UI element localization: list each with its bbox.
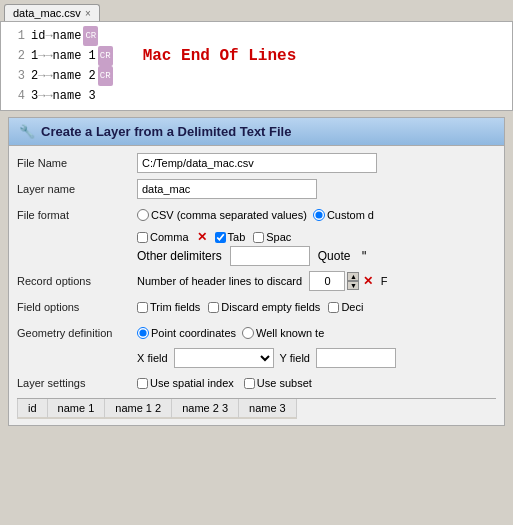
csv-radio[interactable] <box>137 209 149 221</box>
line-number-2: 2 <box>5 46 25 66</box>
other-delimiters-label: Other delimiters <box>137 249 222 263</box>
trim-fields-checkbox[interactable] <box>137 302 148 313</box>
field-options-control: Trim fields Discard empty fields Deci <box>137 301 496 313</box>
delimiter-row-1: Comma ✕ Tab Spac <box>137 230 496 244</box>
delimiter-options: Comma ✕ Tab Spac Other delimiters Quote … <box>137 230 496 266</box>
dialog-title-bar: 🔧 Create a Layer from a Delimited Text F… <box>9 118 504 146</box>
file-format-row: File format CSV (comma separated values)… <box>17 204 496 226</box>
create-layer-dialog: 🔧 Create a Layer from a Delimited Text F… <box>8 117 505 426</box>
col-tab-name23[interactable]: name 2 3 <box>172 399 239 419</box>
x-field-dropdown[interactable] <box>174 348 274 368</box>
layer-settings-row: Layer settings Use spatial index Use sub… <box>17 372 496 394</box>
record-options-extra: F <box>381 275 388 287</box>
col-tab-name12[interactable]: name 1 2 <box>105 399 172 419</box>
use-subset-text: Use subset <box>257 377 312 389</box>
tab-label: data_mac.csv <box>13 7 81 19</box>
geometry-options: Point coordinates Well known te <box>137 327 496 339</box>
tab-x-mark: ✕ <box>197 230 207 244</box>
layer-name-label: Layer name <box>17 183 137 195</box>
spin-up-button[interactable]: ▲ <box>347 272 359 281</box>
line-number-4: 4 <box>5 86 25 106</box>
file-name-input[interactable] <box>137 153 377 173</box>
point-coords-text: Point coordinates <box>151 327 236 339</box>
mac-end-of-lines-label: Mac End Of Lines <box>143 46 297 66</box>
discard-empty-label[interactable]: Discard empty fields <box>208 301 320 313</box>
record-options-desc: Number of header lines to discard <box>137 275 302 287</box>
decimal-label[interactable]: Deci <box>328 301 363 313</box>
dialog-body: File Name Layer name File format CSV (co… <box>9 146 504 425</box>
space-checkbox[interactable] <box>253 232 264 243</box>
tab-checkbox[interactable] <box>215 232 226 243</box>
layer-settings-label: Layer settings <box>17 377 137 389</box>
decimal-checkbox[interactable] <box>328 302 339 313</box>
header-lines-wrap: ▲ ▼ ✕ <box>309 271 373 291</box>
arrow-icon-1: → <box>45 26 52 46</box>
header-lines-input[interactable] <box>309 271 345 291</box>
custom-option-text: Custom d <box>327 209 374 221</box>
geometry-label: Geometry definition <box>17 327 137 339</box>
custom-radio[interactable] <box>313 209 325 221</box>
record-options-label: Record options <box>17 275 137 287</box>
column-tabs: id name 1 name 1 2 name 2 3 name 3 <box>17 398 496 419</box>
well-known-radio[interactable] <box>242 327 254 339</box>
point-coords-label[interactable]: Point coordinates <box>137 327 236 339</box>
arrow-icon-4a: →→ <box>38 86 52 106</box>
layer-name-row: Layer name <box>17 178 496 200</box>
cr-marker-2: CR <box>98 46 113 66</box>
file-format-options: CSV (comma separated values) Custom d <box>137 209 496 221</box>
geometry-row: Geometry definition Point coordinates We… <box>17 322 496 344</box>
cr-marker-1: CR <box>83 26 98 46</box>
tab-close-icon[interactable]: × <box>85 8 91 19</box>
spatial-index-checkbox[interactable] <box>137 378 148 389</box>
cr-marker-3: CR <box>98 66 113 86</box>
tab-checkbox-label[interactable]: Tab <box>215 231 246 243</box>
line-number-1: 1 <box>5 26 25 46</box>
comma-checkbox-label[interactable]: Comma <box>137 231 189 243</box>
custom-option-label[interactable]: Custom d <box>313 209 374 221</box>
decimal-text: Deci <box>341 301 363 313</box>
clear-header-lines-icon[interactable]: ✕ <box>363 274 373 288</box>
editor-line-4: 4 3 →→ name 3 <box>1 86 512 106</box>
delimiter-row-2: Other delimiters Quote " <box>137 246 496 266</box>
col-tab-name1[interactable]: name 1 <box>48 399 106 419</box>
line-content-1: id → name CR <box>31 26 98 46</box>
discard-empty-text: Discard empty fields <box>221 301 320 313</box>
spatial-index-label[interactable]: Use spatial index <box>137 377 234 389</box>
dialog-title-icon: 🔧 <box>19 124 35 139</box>
layer-name-control <box>137 179 496 199</box>
space-checkbox-label[interactable]: Spac <box>253 231 291 243</box>
comma-checkbox[interactable] <box>137 232 148 243</box>
quote-label: Quote <box>318 249 351 263</box>
line-number-3: 3 <box>5 66 25 86</box>
point-coords-radio[interactable] <box>137 327 149 339</box>
discard-empty-checkbox[interactable] <box>208 302 219 313</box>
layer-name-input[interactable] <box>137 179 317 199</box>
line-content-2: 1 →→ name 1 CR Mac End Of Lines <box>31 46 296 66</box>
field-options-row: Field options Trim fields Discard empty … <box>17 296 496 318</box>
file-tab[interactable]: data_mac.csv × <box>4 4 100 21</box>
editor-line-2: 2 1 →→ name 1 CR Mac End Of Lines <box>1 46 512 66</box>
spatial-index-text: Use spatial index <box>150 377 234 389</box>
trim-fields-text: Trim fields <box>150 301 200 313</box>
csv-option-label[interactable]: CSV (comma separated values) <box>137 209 307 221</box>
space-label: Spac <box>266 231 291 243</box>
file-name-control <box>137 153 496 173</box>
col-tab-name3[interactable]: name 3 <box>239 399 297 419</box>
y-field-input[interactable] <box>316 348 396 368</box>
line-content-3: 2 →→ name 2 CR <box>31 66 113 86</box>
spin-down-button[interactable]: ▼ <box>347 281 359 290</box>
tab-label: Tab <box>228 231 246 243</box>
trim-fields-label[interactable]: Trim fields <box>137 301 200 313</box>
use-subset-checkbox[interactable] <box>244 378 255 389</box>
record-options-control: Number of header lines to discard ▲ ▼ ✕ … <box>137 271 496 291</box>
other-delimiters-input[interactable] <box>230 246 310 266</box>
record-options-row: Record options Number of header lines to… <box>17 270 496 292</box>
col-tab-id[interactable]: id <box>17 399 48 419</box>
dialog-title-text: Create a Layer from a Delimited Text Fil… <box>41 124 291 139</box>
use-subset-label[interactable]: Use subset <box>244 377 312 389</box>
well-known-label[interactable]: Well known te <box>242 327 324 339</box>
editor-line-3: 3 2 →→ name 2 CR <box>1 66 512 86</box>
text-editor: 1 id → name CR 2 1 →→ name 1 CR Mac End … <box>0 21 513 111</box>
y-field-label: Y field <box>280 352 310 364</box>
layer-settings-control: Use spatial index Use subset <box>137 377 496 389</box>
